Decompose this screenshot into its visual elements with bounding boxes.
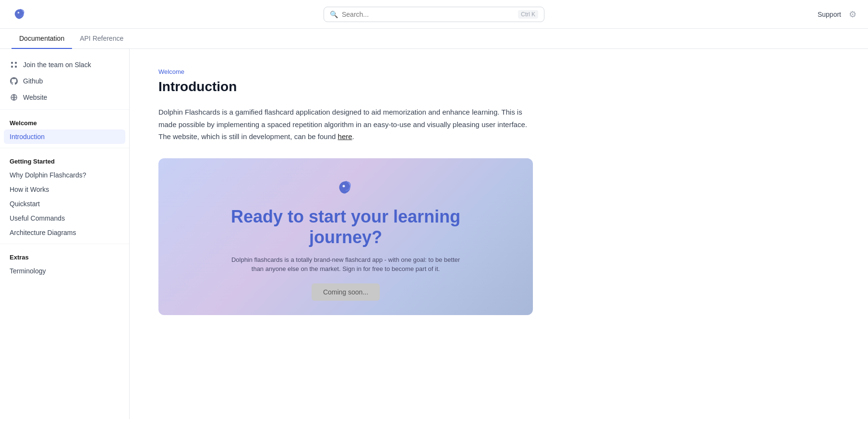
github-icon: [10, 77, 18, 85]
sidebar-item-useful-commands[interactable]: Useful Commands: [0, 211, 129, 225]
sidebar-item-how-it-works[interactable]: How it Works: [0, 182, 129, 197]
page-title: Introduction: [158, 79, 533, 94]
search-bar[interactable]: 🔍 Ctrl K: [324, 7, 544, 22]
support-link[interactable]: Support: [818, 11, 841, 18]
search-input[interactable]: [342, 11, 514, 18]
sidebar-divider-3: [0, 244, 129, 244]
slack-label: Join the team on Slack: [23, 61, 91, 69]
search-shortcut: Ctrl K: [518, 10, 538, 19]
svg-rect-1: [11, 62, 13, 64]
sidebar-item-quickstart[interactable]: Quickstart: [0, 197, 129, 211]
layout: Join the team on Slack Github Website: [0, 49, 868, 419]
sidebar-item-github[interactable]: Github: [0, 73, 129, 89]
banner-title: Ready to start your learning journey?: [231, 206, 460, 247]
sidebar-item-slack[interactable]: Join the team on Slack: [0, 57, 129, 73]
header: 🔍 Ctrl K Support ⚙: [0, 0, 868, 29]
banner-subtitle: Dolphin flashcards is a totally brand-ne…: [230, 255, 461, 274]
sidebar-divider-2: [0, 148, 129, 148]
tab-documentation[interactable]: Documentation: [12, 29, 72, 49]
description-link[interactable]: here: [338, 132, 352, 141]
sidebar-section-welcome: Welcome: [0, 114, 129, 129]
main-content: Welcome Introduction Dolphin Flashcards …: [130, 49, 562, 419]
banner-card: Ready to start your learning journey? Do…: [158, 158, 533, 315]
search-icon: 🔍: [330, 11, 338, 18]
coming-soon-button[interactable]: Coming soon...: [312, 283, 380, 301]
tabs-nav: Documentation API Reference: [0, 29, 868, 49]
github-label: Github: [23, 77, 43, 85]
logo[interactable]: [12, 6, 29, 23]
slack-icon: [10, 60, 18, 69]
description-text-2: .: [352, 132, 354, 141]
website-label: Website: [23, 94, 47, 101]
settings-icon[interactable]: ⚙: [849, 9, 856, 20]
sidebar-divider-1: [0, 109, 129, 110]
page-description: Dolphin Flashcards is a gamified flashca…: [158, 106, 533, 143]
sidebar-item-why[interactable]: Why Dolphin Flashcards?: [0, 168, 129, 182]
header-right: Support ⚙: [818, 9, 856, 20]
svg-point-0: [18, 12, 20, 13]
website-icon: [10, 93, 18, 102]
sidebar-item-terminology[interactable]: Terminology: [0, 264, 129, 278]
sidebar-item-introduction[interactable]: Introduction: [4, 129, 125, 144]
svg-point-6: [343, 185, 345, 187]
svg-rect-4: [15, 66, 17, 68]
tab-api-reference[interactable]: API Reference: [72, 29, 131, 49]
sidebar: Join the team on Slack Github Website: [0, 49, 130, 419]
breadcrumb: Welcome: [158, 68, 533, 75]
sidebar-section-extras: Extras: [0, 248, 129, 264]
sidebar-item-architecture-diagrams[interactable]: Architecture Diagrams: [0, 225, 129, 240]
svg-rect-2: [15, 62, 17, 64]
sidebar-section-getting-started: Getting Started: [0, 152, 129, 168]
sidebar-item-website[interactable]: Website: [0, 89, 129, 106]
svg-rect-3: [11, 66, 13, 68]
